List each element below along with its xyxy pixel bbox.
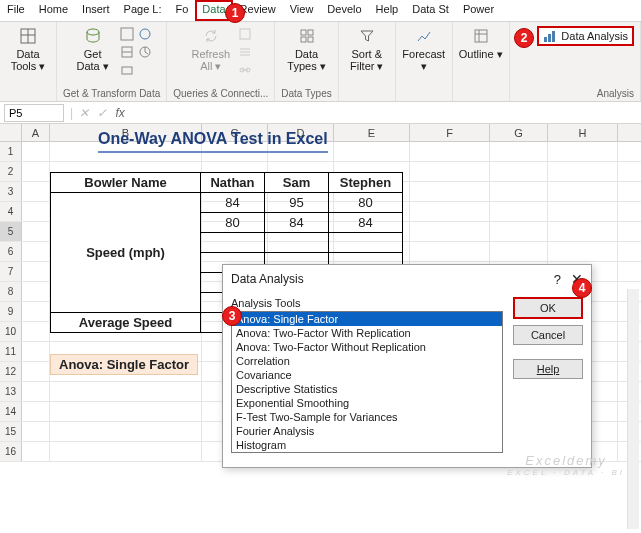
cancel-formula-icon[interactable]: ✕	[75, 106, 93, 120]
tab-formulas[interactable]: Fo	[169, 0, 196, 21]
grid-cell[interactable]	[548, 202, 618, 221]
from-web-icon[interactable]	[137, 26, 153, 42]
cell[interactable]: 84	[201, 193, 265, 213]
grid-cell[interactable]	[22, 382, 50, 401]
tab-power[interactable]: Power	[456, 0, 501, 21]
sort-filter-button[interactable]: Sort & Filter ▾	[345, 26, 389, 72]
grid-cell[interactable]	[548, 182, 618, 201]
grid-cell[interactable]	[22, 362, 50, 381]
row-head-3[interactable]: 3	[0, 182, 22, 201]
grid-cell[interactable]	[490, 142, 548, 161]
dialog-help-icon[interactable]: ?	[554, 272, 561, 287]
formula-input[interactable]	[129, 105, 641, 121]
grid-cell[interactable]	[50, 402, 202, 421]
grid-cell[interactable]	[548, 222, 618, 241]
grid-cell[interactable]	[50, 442, 202, 461]
col-head-G[interactable]: G	[490, 124, 548, 141]
tool-item[interactable]: Exponential Smoothing	[232, 396, 502, 410]
row-head-1[interactable]: 1	[0, 142, 22, 161]
properties-icon[interactable]	[237, 44, 253, 60]
grid-cell[interactable]	[22, 422, 50, 441]
tab-file[interactable]: File	[0, 0, 32, 21]
grid-cell[interactable]	[490, 222, 548, 241]
grid-cell[interactable]	[50, 422, 202, 441]
grid-cell[interactable]	[22, 262, 50, 281]
grid-cell[interactable]	[22, 242, 50, 261]
edit-links-icon[interactable]	[237, 62, 253, 78]
vertical-scrollbar[interactable]	[627, 289, 639, 529]
grid-cell[interactable]	[410, 242, 490, 261]
tab-data-streamer[interactable]: Data St	[405, 0, 456, 21]
grid-cell[interactable]	[410, 142, 490, 161]
grid-cell[interactable]	[22, 162, 50, 181]
forecast-button[interactable]: Forecast ▾	[402, 26, 446, 72]
row-head-12[interactable]: 12	[0, 362, 22, 381]
outline-button[interactable]: Outline ▾	[459, 26, 503, 60]
cell[interactable]: 84	[265, 213, 329, 233]
existing-conn-icon[interactable]	[119, 62, 135, 78]
row-head-13[interactable]: 13	[0, 382, 22, 401]
tab-insert[interactable]: Insert	[75, 0, 117, 21]
grid-cell[interactable]	[202, 142, 268, 161]
cell[interactable]: 95	[265, 193, 329, 213]
tool-item[interactable]: Anova: Two-Factor Without Replication	[232, 340, 502, 354]
col-head-A[interactable]: A	[22, 124, 50, 141]
grid-cell[interactable]	[490, 202, 548, 221]
recent-sources-icon[interactable]	[137, 44, 153, 60]
row-head-14[interactable]: 14	[0, 402, 22, 421]
row-head-11[interactable]: 11	[0, 342, 22, 361]
cell[interactable]: 84	[329, 213, 403, 233]
grid-cell[interactable]	[22, 442, 50, 461]
grid-cell[interactable]	[22, 402, 50, 421]
grid-cell[interactable]	[22, 302, 50, 321]
tab-view[interactable]: View	[283, 0, 321, 21]
grid-cell[interactable]	[268, 142, 334, 161]
from-text-icon[interactable]	[119, 26, 135, 42]
grid-cell[interactable]	[50, 382, 202, 401]
cancel-button[interactable]: Cancel	[513, 325, 583, 345]
help-button[interactable]: Help	[513, 359, 583, 379]
row-head-7[interactable]: 7	[0, 262, 22, 281]
cell[interactable]: 80	[329, 193, 403, 213]
get-data-button[interactable]: Get Data ▾	[71, 26, 115, 72]
grid-cell[interactable]	[410, 162, 490, 181]
ok-button[interactable]: OK	[513, 297, 583, 319]
tool-item[interactable]: Correlation	[232, 354, 502, 368]
grid-cell[interactable]	[548, 142, 618, 161]
data-analysis-button[interactable]: Data Analysis	[537, 26, 634, 46]
col-head-F[interactable]: F	[410, 124, 490, 141]
row-head-4[interactable]: 4	[0, 202, 22, 221]
tool-item[interactable]: Anova: Two-Factor With Replication	[232, 326, 502, 340]
grid-cell[interactable]	[490, 162, 548, 181]
tool-item[interactable]: Anova: Single Factor	[232, 312, 502, 326]
col-head-H[interactable]: H	[548, 124, 618, 141]
grid-cell[interactable]	[22, 182, 50, 201]
grid-cell[interactable]	[22, 342, 50, 361]
tool-item[interactable]: Histogram	[232, 438, 502, 452]
queries-icon[interactable]	[237, 26, 253, 42]
analysis-tools-list[interactable]: Anova: Single FactorAnova: Two-Factor Wi…	[231, 311, 503, 453]
grid-cell[interactable]	[50, 142, 202, 161]
col-head-D[interactable]: D	[268, 124, 334, 141]
grid-cell[interactable]	[548, 242, 618, 261]
data-types-button[interactable]: Data Types ▾	[285, 26, 329, 72]
grid-cell[interactable]	[410, 182, 490, 201]
enter-formula-icon[interactable]: ✓	[93, 106, 111, 120]
tool-item[interactable]: Fourier Analysis	[232, 424, 502, 438]
from-table-icon[interactable]	[119, 44, 135, 60]
row-head-6[interactable]: 6	[0, 242, 22, 261]
data-tools-button[interactable]: Data Tools ▾	[6, 26, 50, 72]
refresh-all-button[interactable]: Refresh All ▾	[189, 26, 233, 72]
grid-cell[interactable]	[22, 322, 50, 341]
col-head-E[interactable]: E	[334, 124, 410, 141]
tab-page-layout[interactable]: Page L:	[117, 0, 169, 21]
tool-item[interactable]: Descriptive Statistics	[232, 382, 502, 396]
tab-developer[interactable]: Develo	[320, 0, 368, 21]
cell[interactable]: 80	[201, 213, 265, 233]
row-head-8[interactable]: 8	[0, 282, 22, 301]
grid-cell[interactable]	[548, 162, 618, 181]
tool-item[interactable]: Covariance	[232, 368, 502, 382]
grid-cell[interactable]	[334, 142, 410, 161]
grid-cell[interactable]	[22, 142, 50, 161]
cell[interactable]	[265, 233, 329, 253]
